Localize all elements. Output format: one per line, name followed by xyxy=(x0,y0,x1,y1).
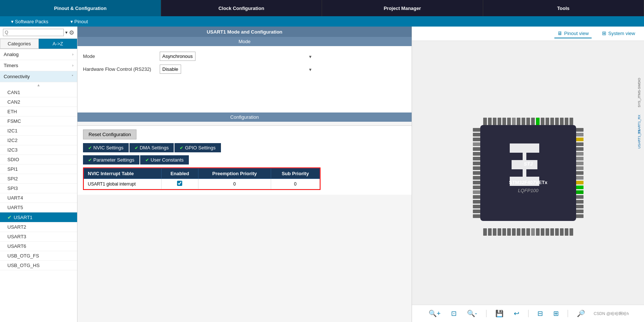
sidebar-tab-categories[interactable]: Categories xyxy=(0,39,39,49)
svg-rect-79 xyxy=(576,214,584,218)
svg-rect-77 xyxy=(576,205,584,208)
svg-rect-72 xyxy=(576,181,584,184)
split-icon[interactable]: ⊟ xyxy=(536,308,544,319)
sidebar-item-i2c1[interactable]: I2C1 xyxy=(0,126,77,136)
sidebar-item-usb-otg-hs[interactable]: USB_OTG_HS xyxy=(0,261,77,270)
sidebar-item-eth[interactable]: ETH xyxy=(0,107,77,117)
sidebar-category-timers[interactable]: Timers › xyxy=(0,60,77,71)
nav-tab-tools[interactable]: Tools xyxy=(483,0,644,16)
sidebar-item-usart3[interactable]: USART3 xyxy=(0,232,77,242)
scroll-indicator-up: ▲ xyxy=(0,82,77,88)
view-tab-system[interactable]: ⊞ System view xyxy=(599,29,638,38)
svg-rect-51 xyxy=(473,171,480,175)
svg-rect-37 xyxy=(550,228,554,236)
svg-rect-13 xyxy=(526,118,530,125)
nvic-enabled-checkbox[interactable] xyxy=(177,181,182,186)
nav-tab-pinout[interactable]: Pinout & Configuration xyxy=(0,0,161,16)
svg-rect-12 xyxy=(522,118,525,125)
spacer xyxy=(77,83,412,112)
svg-rect-40 xyxy=(565,228,568,236)
sidebar-category-connectivity[interactable]: Connectivity ˅ xyxy=(0,71,77,82)
subnav-pinout[interactable]: ▾ Pinout xyxy=(59,19,99,24)
sidebar-item-i2c3[interactable]: I2C3 xyxy=(0,145,77,155)
svg-rect-73 xyxy=(576,186,584,189)
main-layout: ▾ ⚙ Categories A->Z Analog › Timers › Co… xyxy=(0,27,644,322)
back-icon[interactable]: ↩ xyxy=(512,308,521,319)
save-icon[interactable]: 💾 xyxy=(494,308,505,319)
divider xyxy=(486,310,487,317)
svg-rect-71 xyxy=(576,176,584,180)
svg-text:LQFP100: LQFP100 xyxy=(518,188,539,193)
svg-rect-65 xyxy=(576,147,584,151)
sidebar-item-can1[interactable]: CAN1 xyxy=(0,88,77,97)
view-tab-pinout[interactable]: 🖥 Pinout view xyxy=(554,29,592,38)
gear-icon[interactable]: ⚙ xyxy=(69,29,74,36)
svg-rect-41 xyxy=(569,228,573,236)
chip-area: SYS_JTMS-SWDIO USART1_RX USART1_TX STJ S… xyxy=(412,41,644,305)
hwflow-select[interactable]: Disable xyxy=(160,65,181,74)
sidebar-item-spi2[interactable]: SPI2 xyxy=(0,174,77,184)
svg-rect-60 xyxy=(473,214,480,218)
svg-rect-36 xyxy=(546,228,549,236)
svg-rect-38 xyxy=(555,228,559,236)
reset-config-button[interactable]: Reset Configuration xyxy=(83,129,136,139)
svg-rect-30 xyxy=(517,228,520,236)
nvic-cell-enabled xyxy=(162,179,198,189)
nav-tab-clock[interactable]: Clock Configuration xyxy=(161,0,322,16)
sidebar-tab-az[interactable]: A->Z xyxy=(39,39,77,49)
nvic-cell-preemption: 0 xyxy=(198,179,271,189)
svg-rect-68 xyxy=(576,162,584,165)
hwflow-label: Hardware Flow Control (RS232) xyxy=(83,66,157,72)
config-tab-user-constants[interactable]: ✔ User Constants xyxy=(140,155,189,165)
mode-select[interactable]: Asynchronous xyxy=(160,52,195,61)
sidebar-item-spi3[interactable]: SPI3 xyxy=(0,184,77,193)
sidebar-item-can2[interactable]: CAN2 xyxy=(0,97,77,107)
svg-rect-67 xyxy=(576,157,584,160)
svg-rect-11 xyxy=(517,118,520,125)
mode-label: Mode xyxy=(83,53,157,59)
svg-rect-56 xyxy=(473,195,480,199)
config-tab-parameter[interactable]: ✔ Parameter Settings xyxy=(83,155,139,165)
mode-section-title: Mode xyxy=(77,37,412,46)
config-tab-gpio[interactable]: ✔ GPIO Settings xyxy=(174,143,221,152)
frame-icon[interactable]: ⊡ xyxy=(450,308,458,319)
subnav-software-packs[interactable]: ▾ Software Packs xyxy=(0,19,59,24)
tab-check-icon: ✔ xyxy=(88,145,92,150)
sidebar-item-uart5[interactable]: UART5 xyxy=(0,203,77,212)
svg-rect-22 xyxy=(569,118,573,125)
sidebar-item-i2c2[interactable]: I2C2 xyxy=(0,136,77,145)
sidebar-item-spi1[interactable]: SPI1 xyxy=(0,165,77,174)
check-icon: ✔ xyxy=(7,214,12,220)
config-tabs-row1: ✔ NVIC Settings ✔ DMA Settings ✔ GPIO Se… xyxy=(83,143,406,152)
svg-rect-32 xyxy=(526,228,530,236)
svg-rect-44 xyxy=(473,138,480,141)
config-tab-nvic[interactable]: ✔ NVIC Settings xyxy=(83,143,129,152)
svg-rect-48 xyxy=(473,157,480,160)
nav-tab-project[interactable]: Project Manager xyxy=(322,0,483,16)
sidebar-item-usart2[interactable]: USART2 xyxy=(0,222,77,232)
sidebar-item-usart6[interactable]: USART6 xyxy=(0,242,77,251)
hwflow-row: Hardware Flow Control (RS232) Disable xyxy=(83,65,406,74)
svg-rect-75 xyxy=(576,195,584,199)
svg-rect-16 xyxy=(541,118,544,125)
sidebar-item-usart1[interactable]: ✔ USART1 xyxy=(0,212,77,222)
sidebar-category-analog[interactable]: Analog › xyxy=(0,49,77,60)
config-tab-dma[interactable]: ✔ DMA Settings xyxy=(129,143,174,152)
svg-rect-74 xyxy=(576,190,584,194)
sidebar-item-sdio[interactable]: SDIO xyxy=(0,155,77,165)
search-input[interactable] xyxy=(3,29,64,36)
zoom-in-icon[interactable]: 🔍+ xyxy=(427,308,442,319)
config-tabs-row2: ✔ Parameter Settings ✔ User Constants xyxy=(83,155,406,165)
sidebar-item-uart4[interactable]: UART4 xyxy=(0,193,77,203)
sidebar-item-fsmc[interactable]: FSMC xyxy=(0,117,77,126)
sub-navigation: ▾ Software Packs ▾ Pinout xyxy=(0,16,644,27)
svg-rect-8 xyxy=(502,118,506,125)
align-icon[interactable]: ⊞ xyxy=(552,308,560,319)
svg-rect-24 xyxy=(488,228,492,236)
search-icon[interactable]: 🔎 xyxy=(575,308,586,319)
sidebar-item-usb-otg-fs[interactable]: USB_OTG_FS xyxy=(0,251,77,261)
svg-rect-39 xyxy=(560,228,564,236)
svg-rect-23 xyxy=(483,228,487,236)
zoom-out-icon[interactable]: 🔍- xyxy=(465,308,479,319)
svg-rect-54 xyxy=(473,186,480,189)
